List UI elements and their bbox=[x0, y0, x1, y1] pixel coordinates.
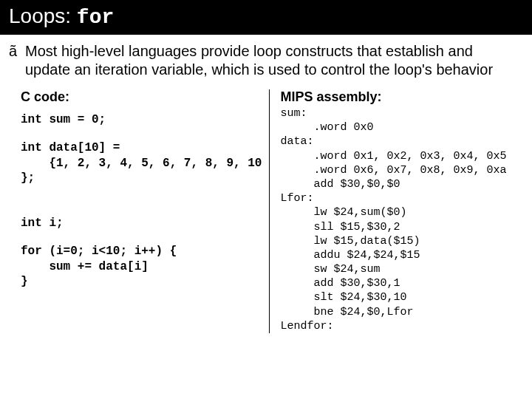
c-for-l2: sum += data[i] bbox=[21, 259, 262, 274]
asm-l10: sll $15,$30,2 bbox=[280, 220, 523, 234]
columns: C code: int sum = 0; int data[10] = {1, … bbox=[0, 82, 532, 333]
asm-l1: sum: bbox=[280, 106, 523, 120]
c-line-sum: int sum = 0; bbox=[21, 112, 262, 127]
asm-l9: lw $24,sum($0) bbox=[280, 205, 523, 219]
asm-l4: .word 0x1, 0x2, 0x3, 0x4, 0x5 bbox=[280, 149, 523, 163]
bullet-text: Most high-level languages provide loop c… bbox=[25, 42, 519, 79]
asm-l7: add $30,$0,$0 bbox=[280, 177, 523, 191]
c-data-l2: {1, 2, 3, 4, 5, 6, 7, 8, 9, 10 bbox=[21, 156, 262, 171]
asm-l12: addu $24,$24,$15 bbox=[280, 248, 523, 262]
title-prefix: Loops: bbox=[9, 4, 77, 27]
c-int-i: int i; bbox=[21, 216, 262, 231]
asm-l13: sw $24,sum bbox=[280, 262, 523, 276]
left-column: C code: int sum = 0; int data[10] = {1, … bbox=[21, 89, 269, 333]
asm-l2: .word 0x0 bbox=[280, 120, 523, 134]
c-for-l1: for (i=0; i<10; i++) { bbox=[21, 244, 262, 259]
asm-l15: slt $24,$30,10 bbox=[280, 290, 523, 304]
c-data-l1: int data[10] = bbox=[21, 140, 262, 155]
slide-title: Loops: for bbox=[0, 0, 532, 35]
bullet-row: ã Most high-level languages provide loop… bbox=[0, 35, 532, 82]
asm-l11: lw $15,data($15) bbox=[280, 234, 523, 248]
title-mono: for bbox=[77, 6, 114, 29]
asm-l5: .word 0x6, 0x7, 0x8, 0x9, 0xa bbox=[280, 163, 523, 177]
right-column: MIPS assembly: sum: .word 0x0 data: .wor… bbox=[269, 89, 523, 333]
bullet-glyph: ã bbox=[9, 42, 25, 79]
c-data-l3: }; bbox=[21, 171, 262, 185]
c-for-l3: } bbox=[21, 274, 262, 289]
mips-heading: MIPS assembly: bbox=[280, 89, 523, 105]
asm-l16: bne $24,$0,Lfor bbox=[280, 305, 523, 319]
c-code-heading: C code: bbox=[21, 89, 262, 105]
asm-l17: Lendfor: bbox=[280, 319, 523, 333]
asm-l3: data: bbox=[280, 134, 523, 149]
asm-l8: Lfor: bbox=[280, 191, 523, 205]
asm-l14: add $30,$30,1 bbox=[280, 276, 523, 290]
